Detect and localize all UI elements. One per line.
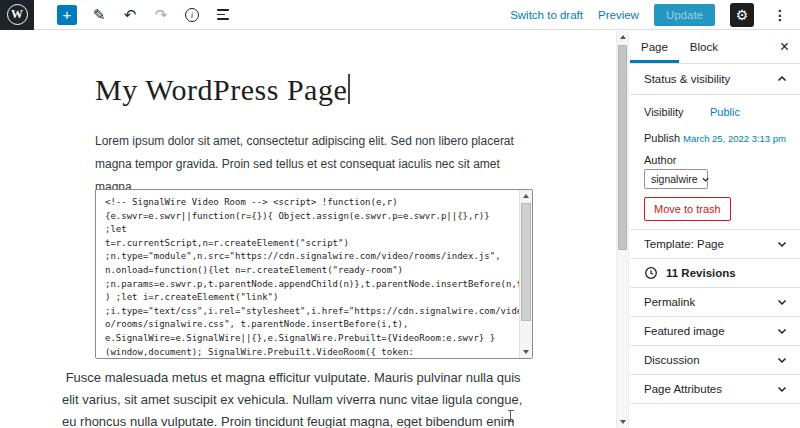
editor-toolbar: W + ✎ ↶ ↷ i Switch to draft Preview Upda… xyxy=(0,0,800,30)
toolbar-actions: Switch to draft Preview Update ⚙ ⋮ xyxy=(510,3,800,27)
paragraph-block-2[interactable]: Fusce malesuada metus et magna efficitur… xyxy=(62,367,562,428)
gear-icon: ⚙ xyxy=(736,7,749,23)
page-title-text: My WordPress Page xyxy=(95,73,347,106)
chevron-down-icon xyxy=(776,354,788,366)
move-to-trash-button[interactable]: Move to trash xyxy=(644,197,731,221)
pencil-icon: ✎ xyxy=(93,6,106,24)
settings-sidebar: Page Block × Status & visibility Visibil… xyxy=(630,31,800,428)
publish-row: Publish March 25, 2022 3:13 pm xyxy=(644,128,786,148)
scroll-up-arrow-icon[interactable] xyxy=(520,190,532,202)
editor-scrollbar-thumb[interactable] xyxy=(618,45,627,250)
code-snippet[interactable]: <!-- SignalWire Video Room --> <script> … xyxy=(105,196,516,359)
close-icon[interactable]: × xyxy=(780,39,789,55)
update-button[interactable]: Update xyxy=(654,4,715,26)
author-label: Author xyxy=(644,154,786,166)
panel-featured-image[interactable]: Featured image xyxy=(630,317,800,346)
undo-button[interactable]: ↶ xyxy=(121,6,139,24)
editor-scrollbar[interactable] xyxy=(616,31,629,428)
wordpress-editor-window: W + ✎ ↶ ↷ i Switch to draft Preview Upda… xyxy=(0,0,800,428)
chevron-down-icon xyxy=(776,238,788,250)
code-block-scrollbar[interactable] xyxy=(519,190,532,358)
visibility-row: Visibility Public xyxy=(644,102,786,122)
html-code-block[interactable]: <!-- SignalWire Video Room --> <script> … xyxy=(95,189,533,359)
code-scrollbar-thumb[interactable] xyxy=(521,203,531,321)
panel-status-visibility[interactable]: Status & visibility xyxy=(630,64,800,95)
panel-discussion[interactable]: Discussion xyxy=(630,346,800,375)
visibility-value-button[interactable]: Public xyxy=(710,106,740,118)
text-caret xyxy=(348,74,350,104)
clock-icon xyxy=(644,266,658,280)
template-label: Template: Page xyxy=(644,238,724,250)
mouse-ibeam-cursor xyxy=(510,410,511,422)
wordpress-logo-icon: W xyxy=(7,4,28,25)
status-visibility-body: Visibility Public Publish March 25, 2022… xyxy=(630,95,800,230)
list-view-icon xyxy=(217,9,229,19)
page-attributes-label: Page Attributes xyxy=(644,383,722,395)
author-select-value: signalwire xyxy=(651,173,698,185)
chevron-up-icon xyxy=(776,73,788,85)
tab-block[interactable]: Block xyxy=(679,31,729,63)
preview-link[interactable]: Preview xyxy=(598,9,639,21)
visibility-label: Visibility xyxy=(644,106,710,118)
details-button[interactable]: i xyxy=(183,6,201,24)
info-icon: i xyxy=(185,8,199,22)
edit-tool-button[interactable]: ✎ xyxy=(90,6,108,24)
panel-status-label: Status & visibility xyxy=(644,73,730,85)
plus-icon: + xyxy=(63,7,72,22)
chevron-down-icon xyxy=(776,296,788,308)
ellipsis-icon: ⋮ xyxy=(773,7,787,23)
options-menu-button[interactable]: ⋮ xyxy=(769,7,791,23)
settings-button[interactable]: ⚙ xyxy=(730,3,754,27)
publish-date-button[interactable]: March 25, 2022 3:13 pm xyxy=(683,133,786,144)
author-select[interactable]: signalwire xyxy=(644,169,708,189)
discussion-label: Discussion xyxy=(644,354,700,366)
sidebar-tabs: Page Block × xyxy=(630,31,800,64)
panel-template[interactable]: Template: Page xyxy=(630,230,800,259)
chevron-down-icon xyxy=(701,175,710,184)
tab-page[interactable]: Page xyxy=(630,31,679,63)
add-block-button[interactable]: + xyxy=(57,5,77,25)
list-view-button[interactable] xyxy=(214,6,232,24)
page-title[interactable]: My WordPress Page xyxy=(95,73,350,107)
revisions-button[interactable]: 11 Revisions xyxy=(630,259,800,288)
chevron-down-icon xyxy=(776,325,788,337)
scroll-up-arrow-icon[interactable] xyxy=(617,31,628,43)
featured-image-label: Featured image xyxy=(644,325,725,337)
undo-icon: ↶ xyxy=(124,6,137,24)
redo-icon: ↷ xyxy=(155,6,168,24)
permalink-label: Permalink xyxy=(644,296,695,308)
scroll-down-arrow-icon[interactable] xyxy=(617,416,628,428)
editor-canvas: My WordPress Page Lorem ipsum dolor sit … xyxy=(0,31,616,428)
publish-label: Publish xyxy=(644,132,683,144)
chevron-down-icon xyxy=(776,383,788,395)
redo-button[interactable]: ↷ xyxy=(152,6,170,24)
panel-page-attributes[interactable]: Page Attributes xyxy=(630,375,800,404)
revisions-label: 11 Revisions xyxy=(666,267,736,279)
wordpress-logo-button[interactable]: W xyxy=(0,0,34,30)
scroll-down-arrow-icon[interactable] xyxy=(520,346,532,358)
panel-permalink[interactable]: Permalink xyxy=(630,288,800,317)
switch-to-draft-link[interactable]: Switch to draft xyxy=(510,9,583,21)
